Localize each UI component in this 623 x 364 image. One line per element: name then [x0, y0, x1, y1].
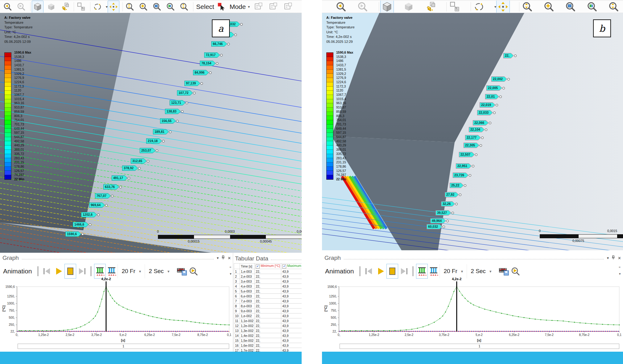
panel-pin-icon[interactable]	[612, 255, 615, 261]
minimum-checkbox[interactable]: ✔	[256, 264, 260, 268]
viewport-layout-icon[interactable]	[75, 1, 87, 13]
temperature-probe[interactable]: 189,81	[153, 129, 171, 134]
maximum-checkbox[interactable]: ✔	[282, 264, 286, 268]
temperature-probe[interactable]: 1590,6	[65, 231, 84, 237]
temperature-probe[interactable]: 1466,6	[73, 222, 91, 227]
temperature-probe[interactable]: 767,07	[95, 193, 113, 198]
zoom-fit-icon[interactable]	[151, 1, 163, 13]
temperature-probe[interactable]: 39,527	[435, 210, 454, 215]
multi-viewport-icon[interactable]	[59, 1, 71, 13]
panel-close-icon[interactable]: ✕	[618, 256, 621, 260]
zoom-next-icon[interactable]	[356, 0, 369, 13]
panel-menu-caret-icon[interactable]: ▾	[607, 256, 609, 260]
zoom-in-icon[interactable]	[138, 1, 149, 13]
select-label[interactable]: Select	[196, 3, 214, 10]
temperature-probe[interactable]: 60,032	[427, 224, 445, 229]
viewport-layout-icon[interactable]	[448, 0, 461, 13]
mode-label[interactable]: Mode	[229, 3, 246, 10]
mode-caret-icon[interactable]: ▾	[248, 5, 250, 9]
splitter-collapse-icon[interactable]: «	[619, 265, 621, 269]
temperature-probe[interactable]: 22,	[503, 53, 517, 58]
zoom-next-icon[interactable]	[15, 1, 27, 13]
panel-pin-icon[interactable]	[221, 255, 225, 261]
temperature-probe[interactable]: 22,005	[486, 85, 505, 91]
table-row[interactable]: 131,3e-00222,43,9	[234, 328, 302, 333]
temperature-probe[interactable]: 491,17	[112, 175, 130, 181]
splitter-collapse-icon[interactable]: «	[229, 265, 231, 269]
temperature-probe[interactable]: 969,64	[89, 202, 108, 208]
temperature-probe[interactable]: 22,033	[477, 110, 496, 115]
zoom-dynamic-icon[interactable]	[178, 1, 190, 13]
table-row[interactable]: 121,2e-00222,43,9	[234, 323, 302, 328]
table-row[interactable]: 151,5e-00222,43,9	[234, 338, 302, 343]
table-row[interactable]: 33,e-00322,43,9	[234, 279, 302, 284]
table-row[interactable]: 111,1e-00222,43,9	[234, 318, 302, 323]
timeline-slider[interactable]: 1	[340, 344, 619, 349]
zoom-previous-icon[interactable]	[2, 1, 14, 13]
zoom-selection-icon[interactable]	[585, 0, 599, 13]
zoom-dynamic-icon[interactable]	[607, 0, 621, 13]
zoom-previous-icon[interactable]	[334, 0, 348, 13]
isometric-view-icon[interactable]	[32, 1, 43, 13]
temperature-probe[interactable]: 633,76	[103, 184, 122, 190]
zoom-in-icon[interactable]	[542, 0, 556, 13]
temperature-probe[interactable]: 72,917	[204, 52, 223, 58]
table-row[interactable]: 161,6e-00222,43,9	[234, 343, 302, 348]
temperature-probe[interactable]: 378,92	[122, 166, 141, 171]
table-row[interactable]: 11,e-00322,43,9	[234, 269, 302, 274]
select-mode-box-icon[interactable]	[266, 1, 279, 13]
temperature-probe[interactable]: 27,92	[445, 192, 461, 197]
shaded-view-icon[interactable]	[402, 0, 415, 13]
temperature-probe[interactable]: 32,26	[441, 201, 458, 207]
table-row[interactable]: 171,7e-00222,43,9	[234, 348, 302, 352]
table-row[interactable]: 44,e-00322,43,9	[234, 284, 302, 289]
zoom-extents-icon[interactable]	[521, 0, 534, 13]
temperature-probe[interactable]: 22,951	[456, 163, 474, 169]
temperature-probe[interactable]: 1202,6	[81, 212, 100, 217]
zoom-selection-icon[interactable]	[165, 1, 176, 13]
temperature-probe[interactable]: 25,22	[450, 183, 466, 188]
table-row[interactable]: 88,e-00322,43,9	[234, 304, 302, 309]
table-row[interactable]: 66,e-00322,43,9	[234, 294, 302, 299]
isometric-view-icon[interactable]	[380, 0, 394, 13]
temperature-probe[interactable]: 107,72	[177, 90, 196, 96]
orbit-icon[interactable]	[92, 1, 103, 13]
temperature-probe[interactable]: 49,964	[430, 218, 449, 223]
temperature-probe[interactable]: 22,002	[491, 76, 510, 82]
table-row[interactable]: 77,e-00322,43,9	[234, 299, 302, 304]
pan-icon[interactable]	[496, 0, 510, 13]
zoom-extents-icon[interactable]	[124, 1, 136, 13]
pan-icon[interactable]	[108, 1, 119, 13]
table-row[interactable]: 55,e-00322,43,9	[234, 289, 302, 294]
table-row[interactable]: 99,e-00322,43,9	[234, 309, 302, 313]
temperature-probe[interactable]: 78,154	[200, 61, 218, 66]
table-row[interactable]: 22,e-00322,43,9	[234, 274, 302, 279]
temperature-probe[interactable]: 66,746	[211, 41, 230, 47]
splitter-caret-icon[interactable]: ▾	[619, 272, 621, 276]
viewport-3d-b[interactable]: A: Factory valveTemperatureType: Tempera…	[322, 13, 623, 250]
shaded-view-icon[interactable]	[45, 1, 57, 13]
panel-close-icon[interactable]: ✕	[228, 256, 231, 260]
splitter-caret-icon[interactable]: ▾	[230, 272, 232, 276]
temperature-probe[interactable]: 22,01	[485, 94, 502, 99]
temperature-probe[interactable]: 22,507	[459, 152, 477, 157]
orbit-icon[interactable]	[472, 0, 486, 13]
temperature-probe[interactable]: 253,07	[140, 148, 158, 153]
select-cursor-icon[interactable]	[216, 1, 228, 13]
select-mode-volume-icon[interactable]	[281, 1, 294, 13]
temperature-probe[interactable]: 22,305	[464, 143, 482, 148]
table-row[interactable]: 141,4e-00222,43,9	[234, 333, 302, 338]
temperature-probe[interactable]: 23,726	[453, 173, 471, 178]
viewport-3d-a[interactable]: A: Factory valveTemperatureType: Tempera…	[0, 13, 302, 253]
timeline-slider[interactable]: 1	[18, 344, 229, 349]
temperature-probe[interactable]: 22,177	[465, 135, 484, 140]
temperature-probe[interactable]: 312,65	[131, 158, 149, 164]
temperature-probe[interactable]: 156,55	[160, 118, 179, 124]
select-mode-single-icon[interactable]	[252, 1, 265, 13]
temperature-probe[interactable]: 22,104	[469, 127, 487, 132]
temperature-probe[interactable]: 84,996	[193, 70, 212, 75]
table-row[interactable]: 101,e-00222,43,9	[234, 313, 302, 318]
temperature-probe[interactable]: 22,019	[480, 102, 498, 108]
temperature-probe[interactable]: 97,139	[184, 81, 203, 86]
panel-menu-caret-icon[interactable]: ▾	[217, 256, 219, 260]
